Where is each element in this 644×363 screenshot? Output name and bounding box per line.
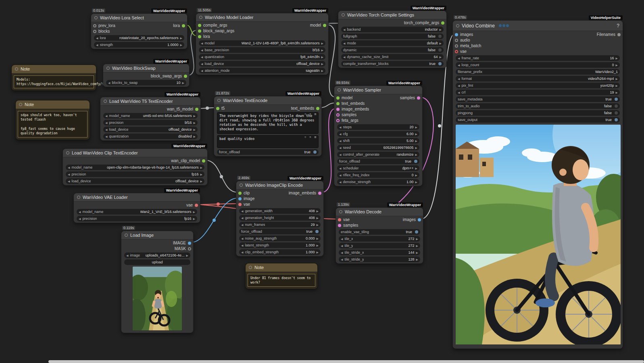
node-wanvideo-torch-compile-settings[interactable]: WanVideoWrapper WanVideo Torch Compile S… <box>338 10 447 68</box>
toggle-knob[interactable] <box>438 35 442 38</box>
widget-trim-to-audio[interactable]: trim_to_audiofalse <box>456 103 620 109</box>
arrow-right-icon[interactable]: ▶ <box>415 174 417 177</box>
slot-dot[interactable] <box>216 107 219 110</box>
widget-frame-rate[interactable]: ◀frame_rate16▶ <box>456 55 620 61</box>
arrow-left-icon[interactable]: ◀ <box>339 126 341 129</box>
arrow-left-icon[interactable]: ◀ <box>79 217 81 220</box>
widget-quantization[interactable]: ◀quantizationdisabled▶ <box>103 134 198 139</box>
node-title-bar[interactable]: Video Combine ? <box>453 21 623 31</box>
arrow-right-icon[interactable]: ▶ <box>194 121 196 124</box>
output-slot-images[interactable]: images <box>401 217 423 222</box>
output-slot-model[interactable]: model <box>308 23 328 27</box>
arrow-right-icon[interactable]: ▶ <box>616 57 618 60</box>
widget-base-precision[interactable]: ◀base_precisionbf16▶ <box>199 47 325 53</box>
widget-load-device[interactable]: ◀load_deviceoffload_device▶ <box>199 61 325 67</box>
slot-dot[interactable] <box>617 33 621 36</box>
collapse-icon[interactable] <box>94 16 98 19</box>
collapse-icon[interactable] <box>66 151 69 154</box>
arrow-left-icon[interactable]: ◀ <box>458 77 460 80</box>
arrow-left-icon[interactable]: ◀ <box>105 121 107 124</box>
widget-quantization[interactable]: ◀quantizationfp8_e4m3fn▶ <box>199 54 325 60</box>
arrow-left-icon[interactable]: ◀ <box>201 49 203 52</box>
arrow-right-icon[interactable]: ▶ <box>415 181 417 184</box>
widget-model-name[interactable]: ◀model_nameopen-clip-xlm-roberta-large-v… <box>66 165 204 170</box>
arrow-left-icon[interactable]: ◀ <box>241 210 243 213</box>
arrow-left-icon[interactable]: ◀ <box>339 140 341 142</box>
toggle-knob[interactable] <box>438 62 442 65</box>
arrow-left-icon[interactable]: ◀ <box>343 56 345 58</box>
arrow-right-icon[interactable]: ▶ <box>415 153 417 156</box>
textarea-toolbar-icons[interactable]: ⊙ ⊕ ▤ <box>304 136 317 139</box>
toggle-knob[interactable] <box>315 230 319 233</box>
output-slot-block-swap-args[interactable]: block_swap_args <box>149 74 189 78</box>
arrow-right-icon[interactable]: ▶ <box>616 64 618 67</box>
note-text[interactable]: Under 81 frames doesn't seem to work? <box>248 274 315 287</box>
arrow-left-icon[interactable]: ◀ <box>343 28 345 31</box>
arrow-left-icon[interactable]: ◀ <box>241 251 243 254</box>
slot-dot[interactable] <box>455 39 458 42</box>
output-slot-wan-t5-model[interactable]: wan_t5_model <box>165 107 200 111</box>
output-slot-text-embeds[interactable]: text_embeds <box>289 106 321 111</box>
widget-mode[interactable]: ◀modedefault▶ <box>341 40 444 46</box>
slot-dot[interactable] <box>323 24 326 27</box>
widget-enable-vae-tiling[interactable]: enable_vae_tilingtrue <box>339 229 420 235</box>
arrow-left-icon[interactable]: ◀ <box>108 81 110 84</box>
arrow-left-icon[interactable]: ◀ <box>68 180 70 183</box>
slot-dot[interactable] <box>338 224 341 227</box>
arrow-left-icon[interactable]: ◀ <box>105 128 107 131</box>
arrow-right-icon[interactable]: ▶ <box>321 56 323 58</box>
node-note-models[interactable]: Note Models: https://huggingface.co/Kija… <box>11 65 96 91</box>
node-note-frames[interactable]: Note Under 81 frames doesn't seem to wor… <box>245 263 318 289</box>
widget-model[interactable]: ◀modelWan2_1-I2V-14B-480P_fp8_e4m3fn.saf… <box>199 40 325 46</box>
horizontal-scrollbar[interactable] <box>48 360 644 363</box>
slot-dot[interactable] <box>198 35 201 38</box>
arrow-left-icon[interactable]: ◀ <box>339 174 341 177</box>
widget-seed[interactable]: ◀seed605298199978605▶ <box>337 145 419 150</box>
collapse-icon[interactable] <box>339 210 342 213</box>
toggle-knob[interactable] <box>313 150 317 154</box>
arrow-right-icon[interactable]: ▶ <box>194 128 196 131</box>
arrow-right-icon[interactable]: ▶ <box>317 223 319 226</box>
slot-dot[interactable] <box>238 197 242 200</box>
widget-model-name[interactable]: ◀model_nameumt5-xxl-enc-bf16.safetensors… <box>103 113 198 119</box>
widget-precision[interactable]: ◀precisionfp16▶ <box>77 216 197 221</box>
arrow-right-icon[interactable]: ▶ <box>194 115 196 117</box>
arrow-left-icon[interactable]: ◀ <box>68 166 70 169</box>
arrow-left-icon[interactable]: ◀ <box>105 135 107 138</box>
positive-prompt-textarea[interactable]: ⊙ ⊕ ▤The overweight boy rides the bicycl… <box>217 112 319 134</box>
slot-dot[interactable] <box>336 102 340 105</box>
arrow-left-icon[interactable]: ◀ <box>201 69 203 72</box>
slot-dot[interactable] <box>336 108 340 111</box>
node-wanvideo-decode[interactable]: 1.139s WanVideoWrapper WanVideo Decode v… <box>336 207 423 264</box>
widget-dynamo-cache-size-limit[interactable]: ◀dynamo_cache_size_limit64▶ <box>341 54 444 60</box>
note-text[interactable]: Models: https://huggingface.co/Kijai/Wan… <box>14 75 94 88</box>
negative-prompt-textarea[interactable]: ⊙ ⊕ ▤bad quality video <box>217 135 319 148</box>
widget-load-device[interactable]: ◀load_deviceoffload_device▶ <box>66 178 204 184</box>
widget-model-name[interactable]: ◀model_nameWan2_1_VAE_bf16.safetensors▶ <box>77 209 197 215</box>
slot-dot[interactable] <box>198 29 201 33</box>
toggle-knob[interactable] <box>414 160 417 163</box>
arrow-left-icon[interactable]: ◀ <box>241 223 243 226</box>
node-title-bar[interactable]: WanVideo Lora Select <box>91 14 187 22</box>
arrow-right-icon[interactable]: ▶ <box>317 210 319 213</box>
arrow-right-icon[interactable]: ▶ <box>440 56 442 58</box>
widget-format[interactable]: ◀formatvideo/h264-mp4▶ <box>456 76 620 81</box>
arrow-right-icon[interactable]: ▶ <box>440 42 442 45</box>
arrow-left-icon[interactable]: ◀ <box>79 211 81 213</box>
arrow-right-icon[interactable]: ▶ <box>321 63 323 65</box>
widget-save-metadata[interactable]: save_metadatatrue <box>456 96 620 102</box>
slot-dot[interactable] <box>93 30 96 33</box>
arrow-left-icon[interactable]: ◀ <box>339 181 341 184</box>
widget-compile-transformer-blocks[interactable]: compile_transformer_blockstrue <box>341 61 444 67</box>
widget-num-frames[interactable]: ◀num_frames29▶ <box>239 222 321 227</box>
node-title-bar[interactable]: WanVideo Decode <box>336 208 423 216</box>
toggle-knob[interactable] <box>615 111 618 115</box>
widget-strength[interactable]: ◀strength1.0000▶ <box>94 42 184 48</box>
widget-image[interactable]: ◀imageuploads_e6472106-4e...▶ <box>124 252 190 258</box>
widget-generation-width[interactable]: ◀generation_width408▶ <box>239 208 321 214</box>
output-slot-filenames[interactable]: Filenames <box>595 32 623 37</box>
arrow-left-icon[interactable]: ◀ <box>343 42 345 45</box>
collapse-icon[interactable] <box>19 103 22 106</box>
node-title-bar[interactable]: Note <box>246 263 317 272</box>
node-video-combine[interactable]: 0.478s VideoHelperSuite Video Combine ? … <box>452 20 623 349</box>
